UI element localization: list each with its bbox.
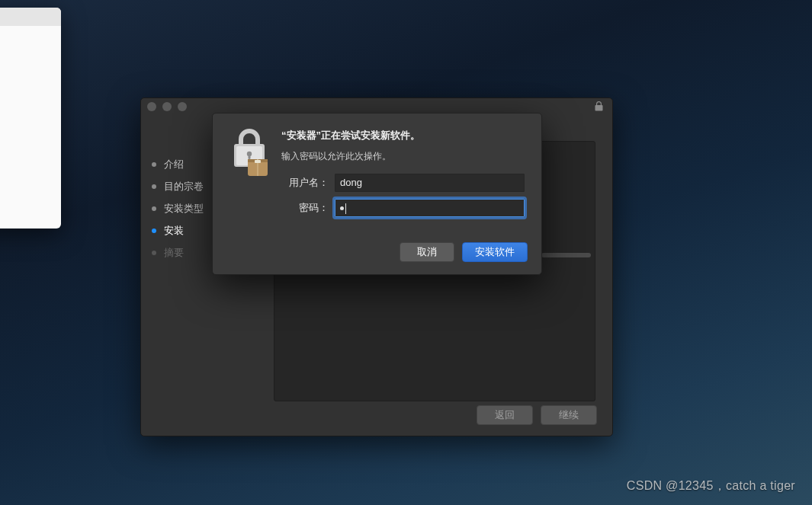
cancel-button[interactable]: 取消 (400, 242, 454, 262)
minimize-window-button[interactable] (162, 102, 172, 111)
svg-rect-6 (255, 160, 261, 163)
background-window (0, 8, 61, 229)
dialog-title: “安装器”正在尝试安装新软件。 (281, 129, 525, 142)
step-label: 安装类型 (164, 202, 204, 216)
username-label: 用户名： (281, 176, 329, 190)
step-label: 目的宗卷 (164, 180, 204, 193)
progress-bar (541, 253, 591, 257)
username-field[interactable]: dong (335, 174, 525, 192)
lock-package-icon (228, 129, 277, 224)
install-software-button[interactable]: 安装软件 (462, 242, 528, 262)
svg-rect-2 (249, 155, 251, 159)
continue-button[interactable]: 继续 (541, 405, 597, 425)
dialog-subtitle: 输入密码以允许此次操作。 (281, 150, 525, 163)
back-button[interactable]: 返回 (477, 405, 533, 425)
step-label: 介绍 (164, 158, 184, 171)
auth-dialog: “安装器”正在尝试安装新软件。 输入密码以允许此次操作。 用户名： dong 密… (212, 113, 542, 275)
password-label: 密码： (281, 201, 329, 215)
close-window-button[interactable] (147, 102, 156, 111)
lock-icon (595, 101, 603, 113)
zoom-window-button[interactable] (178, 102, 187, 111)
step-label: 摘要 (164, 246, 184, 260)
password-field[interactable] (335, 199, 525, 217)
background-window-titlebar (0, 8, 61, 26)
watermark: CSDN @12345，catch a tiger (627, 478, 795, 494)
step-label: 安装 (164, 224, 184, 238)
